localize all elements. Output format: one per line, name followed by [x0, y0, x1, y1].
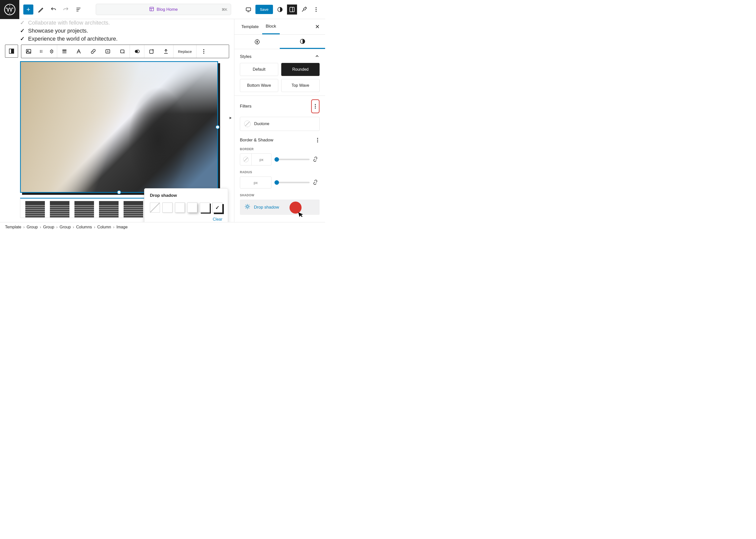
resize-handle-right[interactable] — [216, 125, 220, 129]
check-icon: ✓ — [20, 20, 25, 26]
shadow-label: SHADOW — [240, 193, 320, 197]
redo-button[interactable] — [61, 5, 71, 15]
drop-shadow-popover: Drop shadow Clear — [144, 188, 228, 222]
border-color-picker[interactable] — [240, 154, 252, 165]
duotone-swatch-icon — [244, 120, 251, 127]
tab-block[interactable]: Block — [262, 19, 280, 34]
svg-point-17 — [40, 52, 41, 53]
add-media-button[interactable] — [144, 45, 159, 58]
drag-handle[interactable] — [36, 45, 46, 58]
list-item[interactable]: Experience the world of architecture. — [28, 36, 117, 42]
wordpress-logo[interactable] — [0, 0, 19, 19]
subtab-styles[interactable] — [280, 35, 325, 49]
shadow-option-5[interactable] — [212, 202, 222, 213]
document-title-bar[interactable]: Blog Home ⌘K — [96, 4, 231, 15]
clear-shadow-link[interactable]: Clear — [150, 217, 222, 222]
style-option-top-wave[interactable]: Top Wave — [281, 79, 320, 92]
move-updown[interactable] — [46, 45, 57, 58]
duotone-filter-row[interactable]: Duotone — [240, 117, 320, 131]
check-icon: ✓ — [20, 28, 25, 34]
radius-label: RADIUS — [240, 171, 320, 174]
tab-template[interactable]: Template — [238, 20, 262, 34]
svg-point-16 — [41, 51, 42, 52]
block-more-options[interactable] — [196, 45, 211, 58]
svg-point-30 — [257, 41, 258, 42]
svg-point-18 — [41, 52, 42, 53]
shadow-option-2[interactable] — [175, 202, 185, 213]
cursor-icon — [297, 210, 306, 220]
svg-rect-4 — [246, 8, 251, 11]
shadow-option-3[interactable] — [187, 202, 197, 213]
breadcrumb-item[interactable]: Group — [60, 225, 71, 229]
check-icon: ✓ — [20, 36, 25, 42]
duotone-button[interactable] — [129, 45, 144, 58]
breadcrumb: Template› Group› Group› Group› Columns› … — [0, 222, 325, 232]
caption-button[interactable] — [71, 45, 86, 58]
chevron-up-icon[interactable] — [315, 54, 320, 59]
shadow-option-none[interactable] — [150, 202, 160, 213]
parent-block-select[interactable] — [5, 44, 18, 58]
svg-line-37 — [246, 205, 246, 205]
options-menu-button[interactable] — [311, 5, 321, 15]
svg-line-40 — [249, 205, 249, 205]
style-option-default[interactable]: Default — [240, 63, 278, 76]
close-sidebar-button[interactable]: ✕ — [313, 22, 322, 32]
upload-button[interactable] — [159, 45, 173, 58]
gallery-thumb[interactable] — [99, 201, 118, 218]
shadow-option-4[interactable] — [200, 202, 210, 213]
subtab-settings[interactable] — [234, 35, 280, 49]
template-icon — [149, 7, 154, 12]
breadcrumb-item[interactable]: Columns — [76, 225, 92, 229]
style-option-rounded[interactable]: Rounded — [281, 63, 320, 76]
undo-button[interactable] — [48, 5, 58, 15]
image-block[interactable] — [20, 61, 218, 193]
filters-panel-title: Filters — [240, 104, 252, 109]
align-button[interactable] — [57, 45, 71, 58]
svg-rect-10 — [12, 49, 14, 53]
breadcrumb-item[interactable]: Group — [27, 225, 38, 229]
save-button[interactable]: Save — [256, 5, 273, 14]
breadcrumb-item[interactable]: Group — [43, 225, 54, 229]
edit-mode-button[interactable] — [36, 5, 46, 15]
view-button[interactable] — [243, 5, 254, 15]
radius-input[interactable] — [240, 177, 271, 188]
svg-point-25 — [123, 52, 124, 53]
drop-shadow-button[interactable]: Drop shadow — [240, 199, 320, 215]
breadcrumb-item[interactable]: Column — [97, 225, 111, 229]
svg-rect-11 — [26, 49, 31, 53]
crop-button[interactable] — [115, 45, 129, 58]
border-width-input[interactable] — [252, 154, 271, 165]
global-styles-button[interactable] — [275, 5, 285, 15]
list-view-button[interactable] — [73, 5, 84, 15]
gallery-thumb[interactable] — [50, 201, 69, 218]
border-shadow-options[interactable] — [316, 136, 320, 144]
gallery-thumb[interactable] — [74, 201, 94, 218]
link-radius-icon[interactable] — [313, 180, 320, 186]
border-label: BORDER — [240, 147, 320, 151]
svg-rect-7 — [290, 7, 294, 12]
block-type-image[interactable] — [21, 45, 36, 58]
breadcrumb-item[interactable]: Image — [116, 225, 127, 229]
drop-shadow-label: Drop shadow — [254, 205, 279, 210]
link-sides-icon[interactable] — [313, 156, 320, 163]
add-block-button[interactable]: + — [23, 5, 33, 15]
svg-rect-9 — [9, 49, 11, 53]
replace-button[interactable]: Replace — [173, 45, 196, 58]
filters-options-button[interactable] — [311, 99, 320, 113]
text-overlay-button[interactable]: A — [101, 45, 115, 58]
border-width-slider[interactable] — [274, 159, 310, 160]
svg-line-39 — [246, 208, 246, 208]
style-option-bottom-wave[interactable]: Bottom Wave — [240, 79, 278, 92]
radius-slider[interactable] — [274, 182, 310, 183]
resize-handle-bottom[interactable] — [117, 190, 121, 194]
gallery-thumb[interactable] — [25, 201, 45, 218]
gallery-thumb[interactable] — [123, 201, 143, 218]
breadcrumb-item[interactable]: Template — [5, 225, 21, 229]
tools-button[interactable] — [299, 5, 309, 15]
list-item[interactable]: Collaborate with fellow architects. — [28, 20, 110, 26]
list-item[interactable]: Showcase your projects. — [28, 28, 88, 34]
link-button[interactable] — [86, 45, 101, 58]
shadow-option-1[interactable] — [162, 202, 173, 213]
content-list: ✓Collaborate with fellow architects. ✓Sh… — [20, 19, 229, 42]
settings-panel-button[interactable] — [287, 5, 297, 15]
